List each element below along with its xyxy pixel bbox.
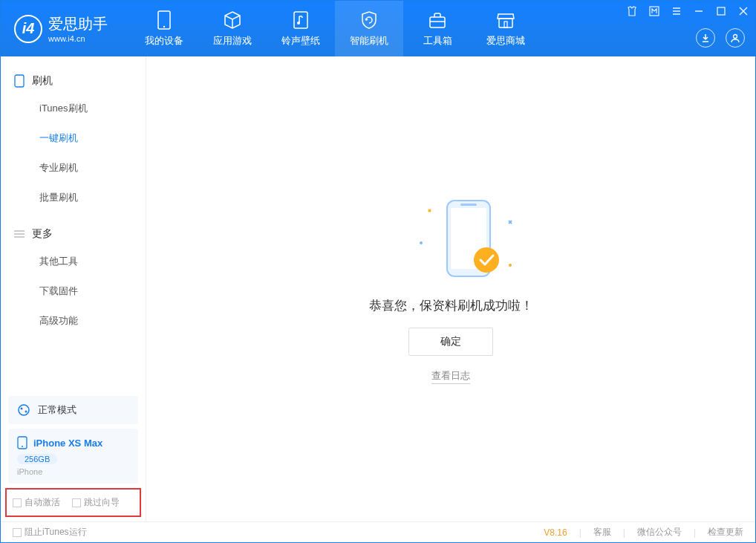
svg-point-27 — [509, 264, 512, 267]
download-button[interactable] — [696, 28, 715, 48]
sidebar-item-oneclick-flash[interactable]: 一键刷机 — [1, 123, 146, 153]
tab-ringtones[interactable]: 铃声壁纸 — [267, 1, 335, 56]
version-label: V8.16 — [544, 527, 567, 538]
device-name: iPhone XS Max — [33, 438, 102, 449]
checkbox-icon — [13, 528, 22, 537]
tab-flash[interactable]: 智能刷机 — [335, 1, 403, 56]
svg-rect-2 — [294, 12, 307, 28]
device-type: iPhone — [17, 467, 129, 476]
sidebar-item-advanced[interactable]: 高级功能 — [1, 306, 146, 336]
statusbar: 阻止iTunes运行 V8.16 | 客服 | 微信公众号 | 检查更新 — [1, 521, 755, 542]
app-url: www.i4.cn — [48, 34, 108, 43]
view-log-link[interactable]: 查看日志 — [431, 369, 470, 384]
svg-rect-6 — [499, 19, 512, 27]
checkbox-block-itunes[interactable]: 阻止iTunes运行 — [13, 526, 87, 539]
music-icon — [291, 10, 310, 30]
device-icon — [154, 10, 174, 30]
success-panel: 恭喜您，保资料刷机成功啦！ 确定 查看日志 — [369, 195, 533, 384]
mode-icon — [17, 403, 30, 417]
close-icon[interactable] — [737, 5, 749, 17]
tab-apps[interactable]: 应用游戏 — [198, 1, 267, 56]
svg-point-31 — [474, 247, 499, 273]
logo[interactable]: i4 爱思助手 www.i4.cn — [1, 14, 121, 43]
tab-label: 应用游戏 — [213, 34, 252, 48]
svg-rect-7 — [504, 22, 507, 27]
success-illustration — [406, 195, 495, 284]
device-panel: 正常模式 iPhone XS Max 256GB iPhone 自动激活 跳过向… — [1, 391, 146, 521]
device-mode[interactable]: 正常模式 — [8, 396, 138, 424]
svg-rect-13 — [717, 7, 725, 15]
tab-label: 工具箱 — [423, 34, 452, 48]
phone-icon — [14, 74, 25, 88]
ok-button[interactable]: 确定 — [408, 328, 493, 356]
checkbox-icon — [13, 498, 22, 507]
device-storage: 256GB — [17, 454, 57, 464]
feedback-icon[interactable] — [648, 5, 660, 17]
logo-icon: i4 — [14, 15, 42, 43]
toolbox-icon — [428, 10, 447, 30]
svg-point-25 — [22, 446, 23, 447]
sidebar-section-more: 更多 — [1, 221, 146, 247]
svg-rect-30 — [460, 204, 477, 206]
sidebar-item-itunes-flash[interactable]: iTunes刷机 — [1, 94, 146, 123]
wechat-link[interactable]: 微信公众号 — [637, 526, 682, 539]
tab-my-device[interactable]: 我的设备 — [130, 1, 198, 56]
maximize-icon[interactable] — [715, 5, 727, 17]
checkbox-skip-guide[interactable]: 跳过向导 — [72, 496, 120, 509]
sidebar-item-download-firmware[interactable]: 下载固件 — [1, 276, 146, 306]
device-info[interactable]: iPhone XS Max 256GB iPhone — [8, 429, 138, 484]
check-update-link[interactable]: 检查更新 — [708, 526, 743, 539]
svg-point-21 — [19, 405, 29, 415]
shirt-icon[interactable] — [626, 5, 638, 17]
options-highlighted: 自动激活 跳过向导 — [5, 488, 141, 517]
sidebar-item-pro-flash[interactable]: 专业刷机 — [1, 153, 146, 183]
header-actions — [696, 28, 745, 48]
tab-label: 爱思商城 — [486, 34, 525, 48]
svg-point-26 — [420, 241, 423, 244]
device-phone-icon — [17, 436, 27, 449]
tab-label: 智能刷机 — [350, 34, 388, 48]
user-button[interactable] — [726, 28, 745, 48]
svg-rect-4 — [430, 17, 445, 27]
svg-point-22 — [21, 408, 23, 410]
list-icon — [14, 229, 25, 239]
main-tabs: 我的设备 应用游戏 铃声壁纸 智能刷机 工具箱 爱思商城 — [130, 1, 540, 56]
store-icon — [496, 10, 515, 30]
tab-toolbox[interactable]: 工具箱 — [403, 1, 472, 56]
shield-refresh-icon — [359, 10, 379, 30]
app-name: 爱思助手 — [48, 14, 108, 34]
minimize-icon[interactable] — [693, 5, 705, 17]
support-link[interactable]: 客服 — [593, 526, 611, 539]
svg-point-23 — [25, 411, 27, 413]
svg-point-16 — [734, 35, 737, 39]
menu-icon[interactable] — [671, 5, 682, 17]
titlebar: i4 爱思助手 www.i4.cn 我的设备 应用游戏 铃声壁纸 智能刷机 工具… — [1, 1, 755, 56]
svg-point-3 — [297, 22, 300, 25]
svg-point-1 — [163, 25, 165, 27]
tab-label: 铃声壁纸 — [281, 34, 320, 48]
main-content: 恭喜您，保资料刷机成功啦！ 确定 查看日志 — [146, 56, 755, 521]
tab-label: 我的设备 — [145, 34, 183, 48]
window-controls — [626, 5, 749, 17]
checkbox-auto-activate[interactable]: 自动激活 — [13, 496, 60, 509]
sidebar-item-batch-flash[interactable]: 批量刷机 — [1, 183, 146, 212]
checkbox-icon — [72, 498, 81, 507]
success-message: 恭喜您，保资料刷机成功啦！ — [369, 297, 533, 314]
sidebar-item-other-tools[interactable]: 其他工具 — [1, 247, 146, 276]
sidebar: 刷机 iTunes刷机 一键刷机 专业刷机 批量刷机 更多 其他工具 下载固件 … — [1, 56, 146, 521]
svg-rect-17 — [15, 75, 24, 87]
tab-store[interactable]: 爱思商城 — [472, 1, 540, 56]
cube-icon — [223, 10, 242, 30]
sidebar-section-flash: 刷机 — [1, 68, 146, 94]
